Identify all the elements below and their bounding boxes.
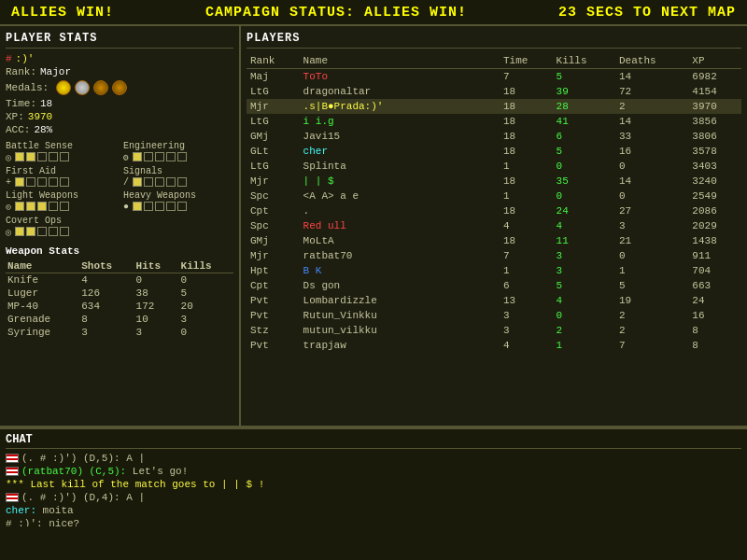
- skill-covert-ops: Covert Ops◎: [6, 216, 116, 238]
- player-smiley: :)': [16, 53, 35, 64]
- weapon-row: MP-4063417220: [6, 300, 233, 313]
- acc-value: 28%: [34, 124, 52, 135]
- main-area: PLAYER STATS # :)' Rank: Major Medals: T…: [0, 26, 747, 427]
- players-table: Rank Name Time Kills Deaths XP MajToTo75…: [247, 53, 741, 353]
- medals-row: Medals:: [6, 80, 233, 95]
- table-row: SpcRed ull4432029: [247, 218, 741, 233]
- player-hash: #: [6, 53, 12, 64]
- acc-row: ACC: 28%: [6, 124, 233, 135]
- player-stats-panel: PLAYER STATS # :)' Rank: Major Medals: T…: [0, 26, 241, 426]
- chat-panel: CHAT (. # :)') (D,5): A |(ratbat70) (C,5…: [0, 427, 747, 560]
- chat-line: # :)': nice?: [6, 517, 741, 526]
- table-row: Mjr| | $1835143240: [247, 174, 741, 189]
- col-time: Time: [500, 53, 553, 69]
- col-name: Name: [300, 53, 444, 69]
- skill-heavy-weapons: Heavy Weapons●: [123, 190, 233, 213]
- col-spacer: [444, 53, 500, 69]
- table-row: Mjr.s|B●Prada:)'182823970: [247, 99, 741, 114]
- skill-signals: Signals/: [123, 166, 233, 188]
- table-row: MajToTo75146982: [247, 69, 741, 85]
- skills-grid: Battle Sense◎Engineering⚙First Aid+Signa…: [6, 141, 233, 238]
- medals-label: Medals:: [6, 82, 49, 93]
- medal-2: [75, 80, 90, 95]
- table-row: Pvttrapjaw4178: [247, 338, 741, 353]
- weapon-col-kills: Kills: [179, 259, 233, 273]
- acc-label: ACC:: [6, 124, 30, 135]
- table-row: PvtLombardizzle1341924: [247, 293, 741, 308]
- table-row: Stzmutun_vilkku3228: [247, 323, 741, 338]
- chat-title: CHAT: [6, 433, 741, 449]
- chat-line: cher: moita: [6, 504, 741, 517]
- header-allies-win: ALLIES WIN!: [11, 5, 114, 21]
- header-timer: 23 SECS TO NEXT MAP: [558, 5, 736, 21]
- skill-first-aid: First Aid+: [6, 166, 116, 188]
- time-label: Time:: [6, 98, 36, 109]
- weapon-stats-title: Weapon Stats: [6, 245, 233, 257]
- chat-line: (ratbat70) (C,5): Let's go!: [6, 465, 741, 478]
- table-row: PvtRutun_Vinkku30216: [247, 308, 741, 323]
- weapon-col-name: Name: [6, 259, 79, 273]
- table-row: LtGi i.g1841143856: [247, 114, 741, 129]
- weapon-row: Grenade8103: [6, 313, 233, 326]
- col-deaths: Deaths: [615, 53, 688, 69]
- chat-line: (. # :)') (D,4): A |: [6, 491, 741, 504]
- table-row: Spc<A A> a e1002549: [247, 189, 741, 203]
- weapon-col-hits: Hits: [134, 259, 179, 273]
- weapon-table: Name Shots Hits Kills Knife400Luger12638…: [6, 259, 233, 339]
- skill-engineering: Engineering⚙: [123, 141, 233, 163]
- player-stats-title: PLAYER STATS: [6, 32, 233, 49]
- col-kills: Kills: [553, 53, 615, 69]
- time-row: Time: 18: [6, 98, 233, 109]
- weapon-col-shots: Shots: [79, 259, 134, 273]
- chat-line: *** Last kill of the match goes to | | $…: [6, 478, 741, 491]
- time-value: 18: [40, 98, 52, 109]
- xp-value: 3970: [28, 111, 52, 122]
- table-row: Cpt.1824272086: [247, 203, 741, 218]
- col-xp: XP: [688, 53, 741, 69]
- table-row: CptDs gon655663: [247, 278, 741, 293]
- table-row: GLtcher185163578: [247, 144, 741, 159]
- skill-battle-sense: Battle Sense◎: [6, 141, 116, 163]
- medal-4: [112, 80, 127, 95]
- player-name-row: # :)': [6, 53, 233, 64]
- header-campaign-status: CAMPAIGN STATUS: ALLIES WIN!: [205, 5, 467, 21]
- chat-messages: (. # :)') (D,5): A |(ratbat70) (C,5): Le…: [6, 452, 741, 526]
- table-row: LtGdragonaltar1839724154: [247, 84, 741, 99]
- xp-label: XP:: [6, 111, 24, 122]
- table-row: Mjrratbat70730911: [247, 248, 741, 263]
- weapon-row: Luger126385: [6, 287, 233, 300]
- players-panel: PLAYERS Rank Name Time Kills Deaths XP M…: [241, 26, 747, 426]
- medal-3: [93, 80, 108, 95]
- medal-1: [56, 80, 71, 95]
- weapon-row: Syringe330: [6, 326, 233, 339]
- top-header: ALLIES WIN! CAMPAIGN STATUS: ALLIES WIN!…: [0, 0, 747, 26]
- weapon-stats-section: Weapon Stats Name Shots Hits Kills Knife…: [6, 245, 233, 339]
- table-row: LtGSplinta1003403: [247, 159, 741, 174]
- players-scroll-area[interactable]: Rank Name Time Kills Deaths XP MajToTo75…: [247, 53, 741, 408]
- rank-label: Rank:: [6, 66, 36, 77]
- weapon-row: Knife400: [6, 273, 233, 287]
- chat-line: (. # :)') (D,5): A |: [6, 452, 741, 465]
- players-title: PLAYERS: [247, 32, 741, 49]
- rank-value: Major: [40, 66, 71, 77]
- xp-row: XP: 3970: [6, 111, 233, 122]
- col-rank: Rank: [247, 53, 300, 69]
- table-row: GMjMoLtA1811211438: [247, 233, 741, 248]
- rank-row: Rank: Major: [6, 66, 233, 77]
- table-row: HptB K131704: [247, 263, 741, 278]
- skill-light-weapons: Light Weapons⊙: [6, 190, 116, 213]
- table-row: GMjJavi15186333806: [247, 129, 741, 144]
